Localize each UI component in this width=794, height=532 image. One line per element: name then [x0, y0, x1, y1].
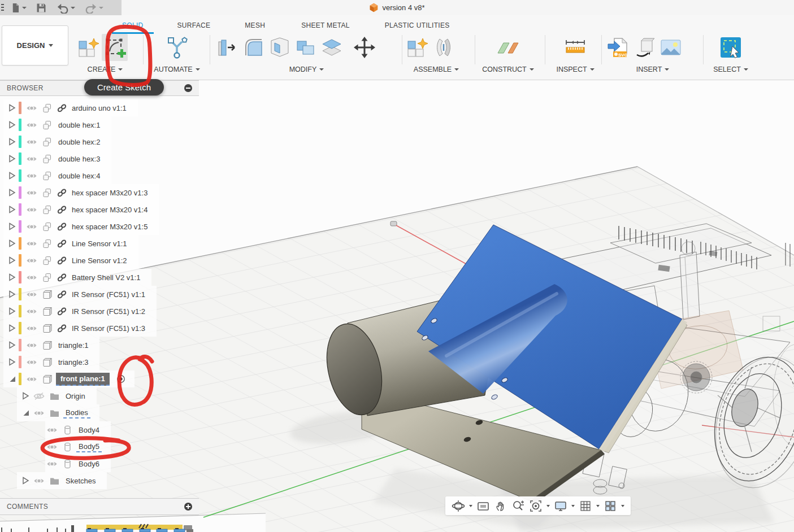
- visibility-eye-icon[interactable]: [25, 325, 38, 332]
- expand-arrow-icon[interactable]: [21, 477, 30, 485]
- visibility-eye-icon[interactable]: [25, 342, 38, 349]
- item-label[interactable]: Line Sensor v1:1: [70, 239, 129, 248]
- orbit-button[interactable]: [451, 499, 466, 513]
- create-sketch-button[interactable]: [102, 34, 128, 61]
- item-label[interactable]: front plane:1: [56, 373, 110, 386]
- combine-button[interactable]: [293, 34, 319, 61]
- new-component-button[interactable]: [76, 34, 102, 61]
- browser-tree-item[interactable]: double hex:4: [3, 167, 111, 184]
- item-label[interactable]: Battery Shell V2 v1:1: [70, 273, 142, 282]
- visibility-eye-icon[interactable]: [25, 138, 38, 146]
- grid-caret-icon[interactable]: [596, 505, 600, 507]
- browser-tree-item[interactable]: Body4: [45, 421, 111, 438]
- browser-tree-item[interactable]: Sketches: [17, 472, 107, 489]
- add-comment-button[interactable]: [184, 503, 192, 511]
- ribbon-tab[interactable]: SOLID: [121, 19, 145, 32]
- expand-arrow-icon[interactable]: [8, 358, 16, 367]
- select-menu[interactable]: SELECT: [706, 66, 755, 73]
- expand-arrow-icon[interactable]: [8, 375, 16, 383]
- ribbon-tab[interactable]: SURFACE: [176, 19, 212, 32]
- select-button[interactable]: [718, 34, 744, 61]
- expand-arrow-icon[interactable]: [8, 206, 16, 214]
- grid-snaps-button[interactable]: [578, 499, 593, 513]
- comments-panel[interactable]: COMMENTS: [0, 498, 199, 515]
- visibility-eye-icon[interactable]: [25, 359, 38, 366]
- insert-menu[interactable]: INSERT: [606, 66, 700, 73]
- pan-button[interactable]: [493, 499, 508, 513]
- viewports-button[interactable]: [603, 499, 618, 513]
- visibility-eye-icon[interactable]: [25, 189, 38, 197]
- joint-button[interactable]: [431, 34, 457, 61]
- insert-svg-button[interactable]: SVG: [606, 34, 632, 61]
- assemble-new-component-button[interactable]: [405, 34, 431, 61]
- item-label[interactable]: Line Sensor v1:2: [70, 256, 129, 265]
- application-menu-icon[interactable]: [1, 3, 5, 13]
- browser-tree-item[interactable]: arduino uno v1:1: [3, 99, 138, 116]
- visibility-eye-icon[interactable]: [25, 257, 38, 264]
- fit-caret-icon[interactable]: [546, 505, 550, 507]
- item-label[interactable]: double hex:2: [56, 137, 102, 147]
- browser-tree-item[interactable]: Battery Shell V2 v1:1: [3, 269, 151, 286]
- ribbon-tab[interactable]: PLASTIC: [384, 19, 415, 32]
- expand-arrow-icon[interactable]: [8, 138, 16, 146]
- item-label[interactable]: IR Sensor (FC51) v1:1: [70, 290, 147, 299]
- expand-arrow-icon[interactable]: [21, 392, 30, 400]
- move-copy-button[interactable]: [352, 34, 378, 61]
- automate-menu[interactable]: AUTOMATE: [150, 66, 203, 73]
- item-label[interactable]: Origin: [63, 391, 88, 401]
- item-label[interactable]: double hex:1: [56, 120, 102, 130]
- expand-arrow-icon[interactable]: [8, 172, 16, 180]
- browser-tree-item[interactable]: front plane:1: [3, 370, 134, 387]
- item-label[interactable]: hex spacer M3x20 v1:3: [70, 188, 150, 198]
- create-menu[interactable]: CREATE: [76, 66, 134, 73]
- visibility-eye-icon[interactable]: [25, 206, 38, 213]
- expand-arrow-icon[interactable]: [8, 223, 16, 231]
- expand-arrow-icon[interactable]: [8, 324, 16, 333]
- item-label[interactable]: Body5: [76, 442, 102, 452]
- visibility-eye-icon[interactable]: [45, 443, 59, 451]
- expand-arrow-icon[interactable]: [8, 256, 16, 265]
- expand-arrow-icon[interactable]: [21, 409, 30, 417]
- visibility-eye-icon[interactable]: [25, 121, 38, 129]
- browser-tree-item[interactable]: Bodies: [17, 404, 99, 421]
- browser-tree-item[interactable]: hex spacer M3x20 v1:5: [3, 218, 159, 235]
- browser-tree-item[interactable]: hex spacer M3x20 v1:3: [3, 184, 159, 201]
- visibility-eye-icon[interactable]: [32, 477, 46, 485]
- fit-button[interactable]: [528, 499, 543, 513]
- visibility-eye-icon[interactable]: [25, 274, 38, 281]
- expand-arrow-icon[interactable]: [8, 307, 16, 316]
- visibility-eye-icon[interactable]: [32, 392, 46, 400]
- expand-arrow-icon[interactable]: [8, 239, 16, 248]
- item-label[interactable]: triangle:1: [56, 341, 90, 350]
- visibility-eye-icon[interactable]: [25, 172, 38, 180]
- visibility-eye-icon[interactable]: [25, 155, 38, 163]
- offset-face-button[interactable]: [319, 34, 345, 61]
- visibility-eye-icon[interactable]: [45, 460, 59, 468]
- browser-tree-item[interactable]: Line Sensor v1:2: [3, 252, 138, 269]
- item-label[interactable]: triangle:3: [56, 357, 90, 367]
- visibility-eye-icon[interactable]: [25, 240, 38, 247]
- item-label[interactable]: hex spacer M3x20 v1:4: [70, 205, 150, 215]
- visibility-eye-icon[interactable]: [32, 409, 46, 417]
- item-label[interactable]: Sketches: [63, 476, 98, 486]
- browser-tree-item[interactable]: double hex:1: [3, 116, 111, 133]
- ribbon-tab[interactable]: UTILITIES: [415, 19, 451, 32]
- visibility-eye-icon[interactable]: [25, 376, 38, 383]
- browser-tree-item[interactable]: IR Sensor (FC51) v1:2: [3, 303, 157, 320]
- browser-tree-item[interactable]: Body5: [45, 438, 111, 455]
- activate-component-radio[interactable]: [116, 374, 125, 383]
- item-label[interactable]: IR Sensor (FC51) v1:2: [70, 307, 147, 316]
- undo-button[interactable]: [53, 0, 79, 15]
- item-label[interactable]: double hex:3: [56, 154, 102, 164]
- expand-arrow-icon[interactable]: [8, 104, 16, 112]
- visibility-eye-icon[interactable]: [25, 308, 38, 315]
- browser-tree-item[interactable]: double hex:3: [3, 150, 111, 167]
- expand-arrow-icon[interactable]: [8, 290, 16, 299]
- item-label[interactable]: hex spacer M3x20 v1:5: [70, 222, 150, 232]
- automate-button[interactable]: [164, 34, 190, 61]
- ribbon-tab[interactable]: SHEET METAL: [300, 19, 351, 32]
- expand-arrow-icon[interactable]: [8, 341, 16, 350]
- item-label[interactable]: double hex:4: [56, 171, 102, 181]
- expand-arrow-icon[interactable]: [8, 273, 16, 282]
- browser-tree-item[interactable]: Origin: [17, 387, 97, 404]
